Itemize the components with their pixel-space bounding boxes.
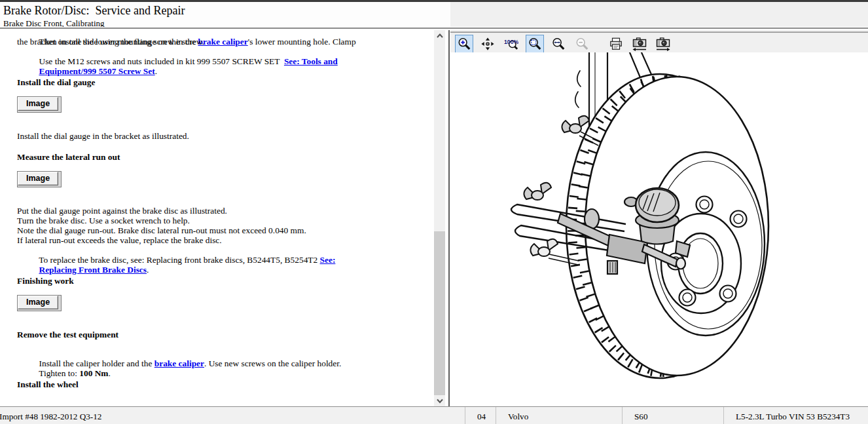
image-button[interactable]: Image — [18, 172, 58, 185]
paragraph: Then install the lower mounting screw in… — [17, 30, 429, 66]
image-button-frame: Image — [17, 295, 62, 311]
text-run: If lateral run-out exceeds the value, re… — [17, 235, 222, 245]
previous-image-button[interactable] — [630, 35, 649, 53]
chevron-down-icon — [436, 398, 444, 404]
scroll-down-button[interactable] — [434, 395, 445, 406]
text-run: Install the dial gauge in the bracket as… — [17, 131, 189, 141]
header-right-background — [450, 2, 868, 29]
brake-caliper-link[interactable]: brake caliper — [154, 358, 204, 368]
paragraph: Put the dial gauge point against the bra… — [17, 206, 429, 265]
next-image-button[interactable] — [654, 35, 672, 53]
torque-value: 100 Nm — [79, 368, 108, 378]
splitter-line — [448, 30, 450, 406]
camera-previous-icon — [632, 36, 647, 52]
paragraph: Install the caliper holder and the brake… — [17, 349, 429, 368]
status-make: Volvo — [496, 407, 622, 424]
document-header: Brake Rotor/Disc: Service and Repair Bra… — [0, 0, 868, 27]
see-replacing-front-brake-discs-link[interactable]: Replacing Front Brake Discs — [39, 265, 147, 275]
text-run: Use the M12 screws and nuts included in … — [39, 56, 283, 66]
see-tools-and-equipment-link[interactable]: Equipment/999 5507 Screw Set — [39, 66, 154, 76]
page-title: Brake Rotor/Disc: Service and Repair — [3, 4, 185, 18]
see-tools-and-equipment-link[interactable]: See: Tools and — [284, 56, 338, 66]
text-run: 's lower mounting hole. Clamp — [248, 37, 356, 47]
image-button-frame: Image — [17, 171, 62, 187]
image-button[interactable]: Image — [18, 97, 58, 111]
print-icon — [609, 37, 623, 51]
pan-icon — [480, 37, 495, 51]
zoom-fit-page-button[interactable] — [526, 35, 544, 53]
text-run: To replace the brake disc, see: Replacin… — [39, 255, 319, 265]
see-replacing-front-brake-discs-link[interactable]: See: — [320, 255, 336, 265]
chevron-up-icon — [436, 33, 444, 39]
zoom-fit-width-button[interactable] — [549, 35, 568, 53]
scrollbar-thumb[interactable] — [434, 231, 445, 395]
text-run: . Use new screws on the caliper holder. — [204, 358, 341, 368]
text-run: Turn the brake disc. Use a socket wrench… — [17, 216, 190, 225]
text-run: Put the dial gauge point against the bra… — [17, 206, 227, 216]
image-toolbar: 100% — [450, 33, 868, 54]
zoom-in-icon — [457, 37, 471, 51]
section-heading-install-the-wheel: Install the wheel — [17, 379, 429, 389]
pan-button[interactable] — [479, 35, 497, 53]
text-run: . — [155, 66, 157, 76]
zoom-out-button — [573, 35, 591, 53]
section-heading-measure-lateral-run-out: Measure the lateral run out — [17, 152, 429, 162]
procedure-text: Then install the lower mounting screw in… — [17, 30, 429, 406]
service-manual-window: Brake Rotor/Disc: Service and Repair Bra… — [0, 0, 868, 424]
zoom-fit-width-icon — [551, 37, 566, 51]
text-run: Tighten to: — [39, 368, 79, 378]
pane-splitter[interactable] — [446, 30, 450, 406]
illustration-viewport[interactable] — [450, 52, 868, 406]
image-button-row: Image — [17, 96, 429, 113]
brake-caliper-link[interactable]: brake caliper — [198, 37, 247, 47]
scroll-up-button[interactable] — [434, 30, 445, 41]
image-button-frame: Image — [17, 96, 62, 113]
section-heading-finishing-work: Finishing work — [17, 276, 429, 286]
paragraph: Install the dial gauge in the bracket as… — [17, 131, 429, 141]
brake-disc-illustration — [450, 52, 868, 406]
zoom-fit-page-icon — [528, 37, 542, 51]
status-model: S60 — [622, 407, 723, 424]
image-button-row: Image — [17, 295, 429, 311]
image-button[interactable]: Image — [18, 296, 58, 309]
image-button-row: Image — [17, 171, 429, 187]
paragraph: Installing wheels See: Maintenance/Wheel… — [17, 398, 429, 406]
status-import-info: Import #48 1982-2012 Q3-12 — [0, 407, 463, 424]
text-run: the bracket on one side using the flange… — [17, 37, 204, 47]
zoom-100-button[interactable]: 100% — [502, 35, 520, 53]
section-heading-remove-test-equipment: Remove the test equipment — [17, 330, 429, 339]
illustration-pane: 100% — [450, 30, 868, 406]
zoom-out-icon — [575, 37, 589, 51]
vertical-scrollbar[interactable] — [434, 30, 445, 406]
zoom-100-icon: 100% — [504, 37, 518, 51]
text-run: Install the caliper holder and the — [39, 358, 154, 368]
status-year: 04 — [465, 407, 496, 424]
text-run: . — [147, 265, 149, 275]
procedure-text-pane[interactable]: Then install the lower mounting screw in… — [0, 30, 446, 406]
svg-text:100%: 100% — [504, 39, 518, 45]
text-run: . — [109, 368, 111, 378]
zoom-in-button[interactable] — [455, 35, 473, 53]
section-heading-install-dial-gauge: Install the dial gauge — [17, 77, 429, 87]
print-button[interactable] — [607, 35, 625, 53]
camera-next-icon — [655, 36, 671, 52]
status-bar: Import #48 1982-2012 Q3-12 04 Volvo S60 … — [0, 407, 868, 424]
text-run: Note the dial gauge run-out. Brake disc … — [17, 225, 306, 235]
status-engine: L5-2.3L Turbo VIN 53 B5234T3 — [723, 407, 868, 424]
